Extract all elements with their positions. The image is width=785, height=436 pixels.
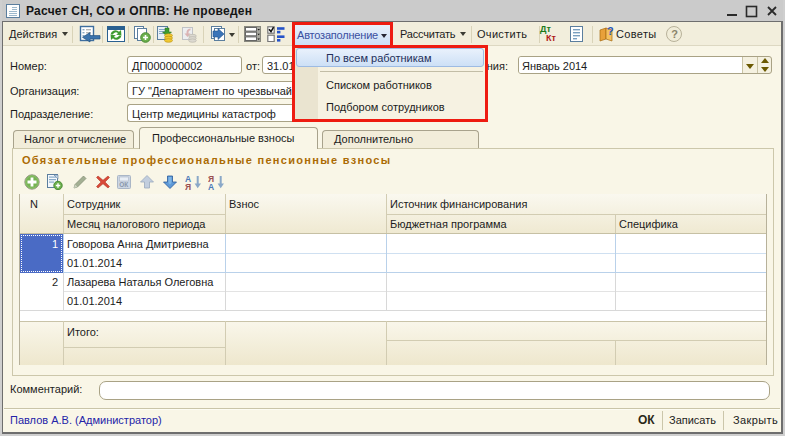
- svg-text:Я: Я: [185, 182, 191, 191]
- svg-text:?: ?: [671, 28, 678, 40]
- svg-text:?: ?: [607, 25, 614, 37]
- svg-text:А: А: [208, 182, 214, 191]
- svg-text:ОК: ОК: [119, 181, 128, 188]
